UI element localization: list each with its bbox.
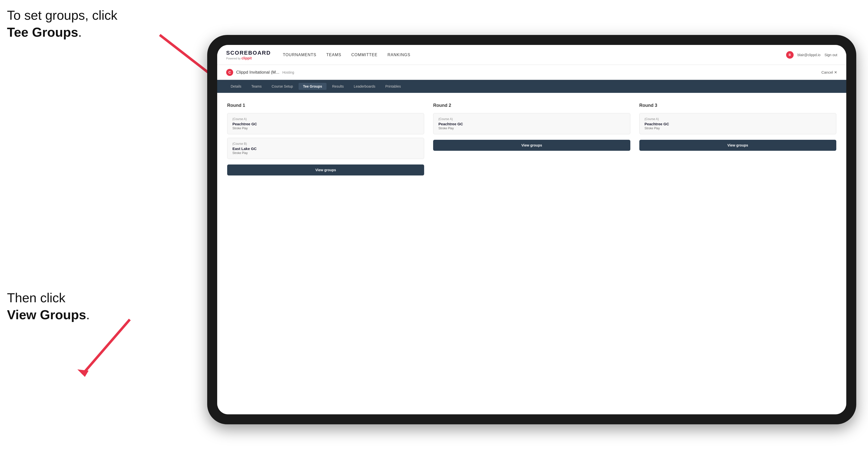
instruction-top-line1: To set groups, click (7, 8, 117, 23)
tab-results[interactable]: Results (328, 83, 348, 90)
round-3-course-a-type: Stroke Play (645, 127, 831, 130)
tab-printables[interactable]: Printables (381, 83, 405, 90)
event-name: Clippd Invitational (M... (236, 70, 279, 75)
round-2-course-a-type: Stroke Play (438, 127, 625, 130)
user-avatar: B (786, 51, 794, 59)
round-1-course-b-type: Stroke Play (232, 151, 419, 155)
main-content: Round 1 (Course A) Peachtree GC Stroke P… (217, 93, 846, 414)
top-nav: SCOREBOARD Powered by clippit TOURNAMENT… (217, 45, 846, 65)
round-2-course-a-name: Peachtree GC (438, 122, 625, 126)
round-3-course-a-card: (Course A) Peachtree GC Stroke Play (639, 113, 836, 134)
rounds-container: Round 1 (Course A) Peachtree GC Stroke P… (227, 103, 836, 176)
tablet-screen: SCOREBOARD Powered by clippit TOURNAMENT… (217, 45, 846, 414)
round-2-course-a-card: (Course A) Peachtree GC Stroke Play (433, 113, 630, 134)
round-3-column: Round 3 (Course A) Peachtree GC Stroke P… (639, 103, 836, 176)
round-3-course-a-label: (Course A) (645, 117, 831, 121)
svg-line-2 (82, 319, 130, 374)
round-1-course-b-card: (Course B) East Lake GC Stroke Play (227, 138, 424, 159)
round-1-course-a-label: (Course A) (232, 117, 419, 121)
round-1-course-a-name: Peachtree GC (232, 122, 419, 126)
instruction-top-suffix: . (78, 25, 82, 39)
cancel-button[interactable]: Cancel ✕ (821, 70, 837, 74)
tab-course-setup[interactable]: Course Setup (267, 83, 298, 90)
event-icon: C (226, 69, 233, 76)
event-hosting: Hosting (282, 70, 294, 74)
arrow-view-groups (60, 305, 147, 384)
round-3-view-groups-button[interactable]: View groups (639, 140, 836, 151)
sign-out-link[interactable]: Sign out (825, 53, 837, 57)
tablet-device: SCOREBOARD Powered by clippit TOURNAMENT… (207, 35, 856, 424)
round-1-course-b-name: East Lake GC (232, 147, 419, 151)
instruction-bottom-line1: Then click (7, 290, 65, 305)
tab-tee-groups[interactable]: Tee Groups (299, 83, 327, 90)
logo-text: SCOREBOARD (226, 50, 271, 56)
instruction-top: To set groups, click Tee Groups. (7, 7, 117, 41)
round-1-column: Round 1 (Course A) Peachtree GC Stroke P… (227, 103, 424, 176)
tab-leaderboards[interactable]: Leaderboards (349, 83, 380, 90)
logo-c: clippit (241, 56, 252, 60)
round-2-title: Round 2 (433, 103, 630, 108)
tab-bar: Details Teams Course Setup Tee Groups Re… (217, 80, 846, 93)
round-1-course-a-card: (Course A) Peachtree GC Stroke Play (227, 113, 424, 134)
round-1-course-b-label: (Course B) (232, 142, 419, 146)
user-email: blair@clippd.io (798, 53, 820, 57)
logo-scoreboard: SCOREBOARD (226, 50, 271, 56)
round-2-view-groups-button[interactable]: View groups (433, 140, 630, 151)
nav-right: B blair@clippd.io Sign out (786, 51, 837, 59)
round-2-course-a-label: (Course A) (438, 117, 625, 121)
nav-rankings[interactable]: RANKINGS (388, 53, 410, 57)
logo-area: SCOREBOARD Powered by clippit (226, 50, 271, 60)
nav-tournaments[interactable]: TOURNAMENTS (283, 53, 316, 57)
round-1-course-a-type: Stroke Play (232, 127, 419, 130)
tab-details[interactable]: Details (226, 83, 246, 90)
instruction-top-bold: Tee Groups (7, 25, 78, 39)
tab-teams[interactable]: Teams (247, 83, 266, 90)
round-1-title: Round 1 (227, 103, 424, 108)
logo-sub: Powered by clippit (226, 56, 271, 60)
sub-header: C Clippd Invitational (M... Hosting Canc… (217, 65, 846, 80)
round-1-view-groups-button[interactable]: View groups (227, 164, 424, 176)
nav-teams[interactable]: TEAMS (326, 53, 341, 57)
sub-header-left: C Clippd Invitational (M... Hosting (226, 69, 294, 76)
round-3-course-a-name: Peachtree GC (645, 122, 831, 126)
round-2-column: Round 2 (Course A) Peachtree GC Stroke P… (433, 103, 630, 176)
round-3-title: Round 3 (639, 103, 836, 108)
nav-items: TOURNAMENTS TEAMS COMMITTEE RANKINGS (283, 53, 786, 57)
event-initial: C (228, 70, 231, 74)
svg-marker-3 (78, 369, 89, 377)
nav-committee[interactable]: COMMITTEE (351, 53, 377, 57)
